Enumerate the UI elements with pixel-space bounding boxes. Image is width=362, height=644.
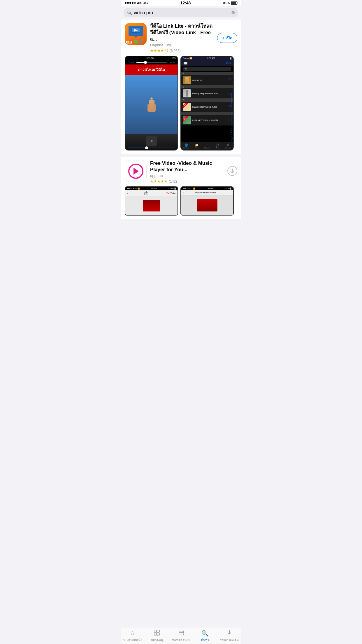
search-bar-container: 🔍 video pro ⊗: [121, 6, 241, 20]
alpha-c: C: [231, 97, 233, 99]
fl-tab-ipod[interactable]: 🎵 iPod: [212, 142, 223, 150]
fl-thumb-beauty: [183, 89, 191, 97]
play-circle: [128, 164, 143, 179]
fl-tab-files[interactable]: 📁 Files: [191, 142, 202, 150]
battery-fill: [231, 2, 236, 4]
pm2-right-thumb: [197, 199, 217, 211]
dot-3: [129, 2, 131, 4]
fl-tab-playlist[interactable]: ☰ Playlist: [202, 142, 212, 150]
fl-tab-browse[interactable]: 🌐 Browse: [181, 142, 191, 150]
vp-progress-fill: [128, 148, 147, 148]
browse-icon: 🌐: [184, 144, 188, 147]
section-c-header: C: [181, 99, 233, 102]
ipod-icon: 🎵: [216, 144, 219, 147]
fl-search-icon: 🔍: [184, 68, 187, 70]
vp-progress[interactable]: [128, 148, 175, 148]
fl-carrier: Carrier 📶: [183, 57, 192, 60]
monitor-svg: [131, 27, 140, 34]
fl-edit-btn[interactable]: Edit: [226, 62, 231, 65]
app-rating-2: ★★★★★ (142): [150, 179, 224, 183]
screenshot-right-1: Carrier 📶 2:51 AM ▓ 📖 Edit 🔍: [180, 56, 234, 150]
pm2-right-back[interactable]: ‹: [183, 191, 184, 194]
files-label: Files: [195, 147, 198, 149]
alpha-o: O: [231, 122, 233, 123]
fl-item-beauty[interactable]: Beauty Leg Fashion Sho ⓘ: [181, 88, 233, 99]
battery-percent: 81%: [223, 1, 230, 5]
search-input-value[interactable]: video pro: [134, 10, 229, 15]
alpha-j: J: [231, 111, 233, 113]
vp-airplane-icon: ✈: [127, 57, 129, 60]
app-title-2: Free Video -Video & Music Player for You…: [150, 160, 224, 173]
vp-banner: ดาวน์โหลดวีดีโอ: [125, 64, 178, 75]
open-button-1[interactable]: + เปิด: [217, 33, 237, 43]
search-bar[interactable]: 🔍 video pro ⊗: [124, 8, 238, 17]
ipod-label: iPod: [216, 147, 219, 149]
vp-done-label[interactable]: Done: [128, 61, 134, 64]
vp-controls-top: Done -03:52: [125, 60, 178, 64]
vp-thumb: [144, 61, 147, 64]
screenshot2-right: ●●●○○ BELL 📶 3:35 PM ↑ 100% ▓ ‹ Popular …: [180, 186, 234, 216]
battery-icon: [231, 1, 237, 5]
status-bar: AIS 4G 12:48 81%: [121, 0, 241, 6]
pm2-left-inner: ●●●○○ BELL 📶 3:35 PM ↑ 100% ▓ ‹: [125, 187, 178, 215]
pm2-right-titlebar: ‹ Popular Music Videos: [181, 190, 233, 195]
fl-info-awesome[interactable]: ⓘ: [229, 78, 231, 82]
vp-play-btn[interactable]: ⏸: [146, 136, 157, 146]
alpha-t: T: [231, 132, 233, 134]
thumb-figure-beauty: [186, 90, 188, 97]
dot-2: [127, 2, 129, 4]
alpha-l: L: [231, 116, 233, 117]
vp-time: 5:19 PM: [146, 57, 154, 60]
fl-tab-settings[interactable]: ⚙ Settings: [223, 142, 233, 150]
alpha-r: R: [231, 128, 233, 130]
alpha-e: E: [231, 101, 233, 103]
pm2-video-thumb: [143, 200, 160, 211]
screenshot-left-1: ✈ 5:19 PM 80% Done -03:52: [125, 56, 178, 150]
app-list: LITE วีดีโอ Link Lite - ดาวน์โหลด วีดีโอ…: [121, 20, 241, 219]
download-button-2[interactable]: [227, 166, 237, 178]
stars-2: ★★★★★: [150, 179, 168, 183]
fl-content: A B C D E F G H I J K L M: [181, 72, 233, 142]
alpha-w: W: [231, 138, 233, 140]
playlist-icon: ☰: [206, 144, 208, 147]
vp-slider[interactable]: [136, 62, 167, 63]
divider-1: [121, 154, 241, 157]
fl-item-awesome[interactable]: Awesome ⓘ: [181, 75, 233, 85]
app-item-1: LITE วีดีโอ Link Lite - ดาวน์โหลด วีดีโอ…: [121, 20, 241, 154]
app-icon-inner-1: LITE: [125, 23, 146, 45]
app-icon-2[interactable]: [125, 160, 147, 182]
new-badge-classic: [183, 103, 191, 111]
app-icon-1[interactable]: LITE: [125, 23, 147, 45]
screen-icon: [129, 26, 143, 36]
fl-search[interactable]: 🔍: [183, 67, 231, 71]
fl-item-insane[interactable]: INSANE TRICK + UNFAI ⓘ: [181, 115, 233, 125]
alpha-m: M: [231, 118, 233, 119]
figure-head: [150, 97, 153, 100]
screenshots-2: ●●●○○ BELL 📶 3:35 PM ↑ 100% ▓ ‹: [125, 186, 237, 216]
alpha-x: X: [231, 140, 233, 142]
screenshots-1: ✈ 5:19 PM 80% Done -03:52: [125, 56, 237, 150]
browse-label: Browse: [183, 147, 189, 149]
fl-item-name-beauty: Beauty Leg Fashion Sho: [192, 92, 227, 95]
fl-item-classic[interactable]: Classic Hollywood Tutor ⓘ: [181, 102, 233, 112]
app-title-1: วีดีโอ Link Lite - ดาวน์โหลด วีดีโอฟรี (…: [150, 23, 214, 42]
pm2-share-icon: [144, 191, 150, 195]
signal-dots: [125, 2, 136, 4]
app-info-2: Free Video -Video & Music Player for You…: [150, 160, 224, 183]
new-badge-insane: [183, 116, 191, 124]
fl-book-icon[interactable]: 📖: [183, 61, 188, 65]
pm2-left-back[interactable]: ‹: [127, 192, 128, 195]
alpha-n: N: [231, 120, 233, 121]
status-left: AIS 4G: [125, 1, 148, 5]
playlist-label: Playlist: [204, 147, 210, 149]
figure-body: [149, 100, 154, 112]
app-dev-1: Daphne Chiu: [150, 43, 214, 47]
file-list-screen: Carrier 📶 2:51 AM ▓ 📖 Edit 🔍: [181, 56, 233, 150]
search-clear-icon[interactable]: ⊗: [231, 10, 235, 15]
fl-thumb-awesome: [183, 76, 191, 84]
status-right: 81%: [223, 1, 237, 5]
figure-leg-l: [147, 104, 149, 112]
half-star-1: ½: [165, 48, 168, 53]
screenshot2-left: ●●●○○ BELL 📶 3:35 PM ↑ 100% ▓ ‹: [125, 186, 178, 216]
pm2-right-time: 3:35 PM: [206, 188, 213, 190]
